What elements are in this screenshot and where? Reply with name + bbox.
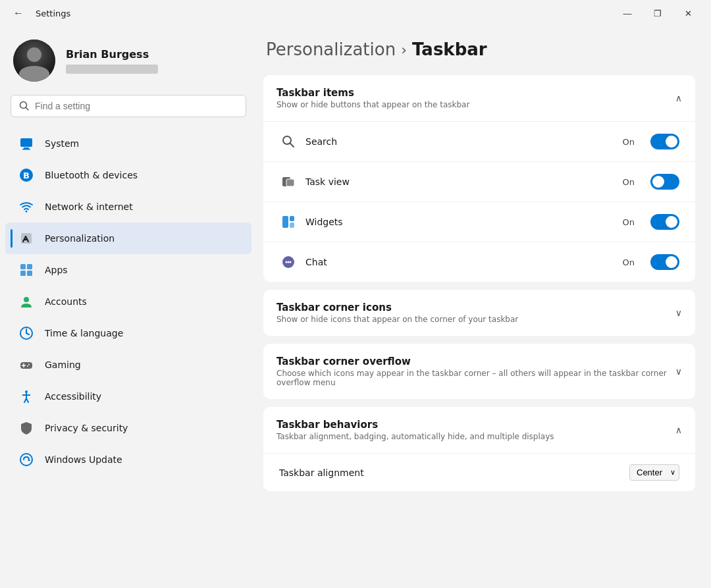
minimize-button[interactable]: — [612, 3, 643, 24]
search-setting-icon [279, 132, 298, 151]
svg-rect-33 [286, 179, 294, 186]
svg-point-39 [288, 261, 290, 263]
svg-point-21 [28, 364, 30, 365]
back-button[interactable]: ← [8, 5, 29, 22]
sidebar-item-network[interactable]: Network & internet [5, 191, 251, 223]
search-setting-label: Search [305, 136, 615, 147]
taskbar-behaviors-chevron: ∧ [675, 425, 682, 435]
breadcrumb-parent[interactable]: Personalization [266, 40, 396, 59]
taskbar-behaviors-subtitle: Taskbar alignment, badging, automaticall… [276, 432, 554, 441]
search-icon [19, 101, 30, 111]
task-view-toggle[interactable] [650, 174, 679, 190]
avatar [13, 40, 55, 82]
chat-toggle[interactable] [650, 254, 679, 270]
taskbar-behaviors-title: Taskbar behaviors [276, 419, 554, 431]
task-view-setting-status: On [623, 177, 635, 187]
svg-point-28 [20, 454, 32, 466]
taskbar-corner-overflow-chevron: ∨ [675, 366, 682, 377]
taskbar-corner-overflow-subtitle: Choose which icons may appear in the tas… [276, 369, 675, 387]
sidebar-item-label-time: Time & language [45, 328, 123, 338]
svg-rect-12 [20, 271, 26, 276]
search-container [0, 95, 257, 128]
svg-line-31 [290, 144, 294, 147]
svg-point-22 [27, 365, 28, 367]
close-button[interactable]: ✕ [673, 3, 703, 24]
accounts-icon [18, 294, 34, 309]
accessibility-icon [18, 388, 34, 404]
maximize-button[interactable]: ❐ [643, 3, 673, 24]
taskbar-corner-overflow-header[interactable]: Taskbar corner overflow Choose which ico… [263, 344, 695, 399]
chat-setting-row: Chat On [263, 242, 695, 282]
sidebar-item-label-system: System [45, 138, 79, 149]
taskbar-behaviors-header-text: Taskbar behaviors Taskbar alignment, bad… [276, 419, 554, 441]
privacy-icon [18, 420, 34, 436]
task-view-setting-row: Task view On [263, 162, 695, 202]
system-icon [18, 136, 34, 151]
taskbar-corner-icons-section: Taskbar corner icons Show or hide icons … [263, 290, 695, 336]
taskbar-items-section: Taskbar items Show or hide buttons that … [263, 75, 695, 282]
taskbar-alignment-select[interactable]: Center Left [629, 464, 679, 481]
bluetooth-icon: B [18, 167, 34, 183]
sidebar-item-accessibility[interactable]: Accessibility [5, 381, 251, 412]
taskbar-corner-icons-title: Taskbar corner icons [276, 302, 518, 313]
taskbar-corner-icons-chevron: ∨ [675, 307, 682, 318]
svg-point-38 [286, 261, 288, 263]
svg-text:B: B [23, 171, 30, 180]
svg-point-14 [24, 297, 29, 302]
sidebar-item-bluetooth[interactable]: B Bluetooth & devices [5, 159, 251, 191]
chat-setting-status: On [623, 257, 635, 267]
sidebar-item-system[interactable]: System [5, 128, 251, 159]
taskbar-items-header[interactable]: Taskbar items Show or hide buttons that … [263, 75, 695, 122]
svg-rect-2 [20, 138, 32, 147]
taskbar-items-title: Taskbar items [276, 87, 469, 99]
taskbar-corner-icons-subtitle: Show or hide icons that appear on the co… [276, 315, 518, 324]
svg-rect-3 [24, 147, 29, 149]
svg-point-7 [26, 211, 28, 213]
search-input[interactable] [35, 101, 238, 111]
sidebar-item-label-gaming: Gaming [45, 360, 81, 370]
sidebar-item-privacy[interactable]: Privacy & security [5, 412, 251, 444]
sidebar-item-update[interactable]: Windows Update [5, 444, 251, 475]
sidebar-item-accounts[interactable]: Accounts [5, 286, 251, 317]
taskbar-corner-icons-header-text: Taskbar corner icons Show or hide icons … [276, 302, 518, 324]
breadcrumb-separator: › [401, 41, 407, 58]
sidebar-item-apps[interactable]: Apps [5, 254, 251, 286]
taskbar-behaviors-header[interactable]: Taskbar behaviors Taskbar alignment, bad… [263, 407, 695, 454]
search-toggle[interactable] [650, 134, 679, 149]
titlebar: ← Settings — ❐ ✕ [0, 0, 711, 26]
sidebar-item-time[interactable]: Time & language [5, 317, 251, 349]
chat-setting-icon [279, 253, 298, 271]
user-email-redacted [66, 65, 158, 74]
widgets-toggle[interactable] [650, 214, 679, 230]
sidebar-item-label-personalization: Personalization [45, 233, 115, 244]
content-area: Personalization › Taskbar Taskbar items … [257, 26, 711, 588]
task-view-setting-label: Task view [305, 176, 615, 187]
sidebar-item-gaming[interactable]: Gaming [5, 349, 251, 381]
widgets-setting-icon [279, 213, 298, 231]
sidebar-item-label-privacy: Privacy & security [45, 423, 128, 433]
taskbar-corner-overflow-section: Taskbar corner overflow Choose which ico… [263, 344, 695, 399]
sidebar-item-label-apps: Apps [45, 265, 68, 275]
chat-setting-label: Chat [305, 257, 615, 267]
svg-point-23 [25, 390, 28, 393]
svg-rect-35 [290, 216, 294, 221]
svg-rect-13 [27, 271, 32, 276]
taskbar-alignment-label: Taskbar alignment [279, 468, 621, 478]
svg-rect-34 [282, 216, 288, 228]
svg-line-1 [26, 108, 29, 111]
sidebar-item-label-network: Network & internet [45, 201, 133, 212]
sidebar-item-label-accounts: Accounts [45, 296, 87, 307]
apps-icon [18, 262, 34, 278]
taskbar-corner-icons-header[interactable]: Taskbar corner icons Show or hide icons … [263, 290, 695, 336]
sidebar: Brian Burgess [0, 26, 257, 588]
sidebar-item-personalization[interactable]: Personalization [5, 223, 251, 254]
widgets-setting-label: Widgets [305, 217, 615, 227]
taskbar-items-header-text: Taskbar items Show or hide buttons that … [276, 87, 469, 109]
personalization-icon [18, 230, 34, 246]
widgets-setting-row: Widgets On [263, 202, 695, 242]
taskbar-items-chevron: ∧ [675, 93, 682, 103]
update-icon [18, 452, 34, 468]
app-body: Brian Burgess [0, 26, 711, 588]
svg-marker-29 [28, 458, 30, 461]
breadcrumb: Personalization › Taskbar [263, 40, 695, 59]
